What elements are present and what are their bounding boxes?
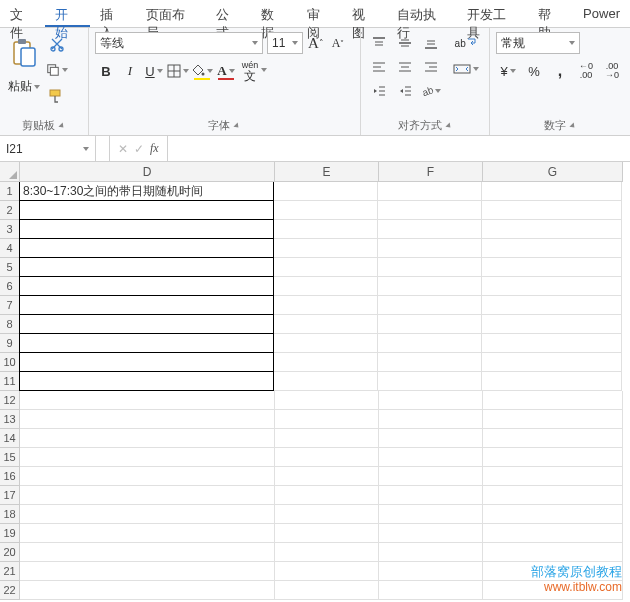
cell-F5[interactable]: [378, 258, 482, 277]
percent-button[interactable]: %: [522, 60, 546, 82]
decrease-font-button[interactable]: A˅: [329, 32, 347, 54]
cell-D22[interactable]: [20, 581, 275, 600]
cell-E13[interactable]: [275, 410, 379, 429]
cell-E8[interactable]: [274, 315, 378, 334]
cell-E11[interactable]: [274, 372, 378, 391]
menu-item-10[interactable]: 帮助: [528, 0, 573, 27]
cell-E15[interactable]: [275, 448, 379, 467]
increase-font-button[interactable]: A˄: [307, 32, 325, 54]
cell-E2[interactable]: [274, 201, 378, 220]
cell-F3[interactable]: [378, 220, 482, 239]
cell-G17[interactable]: [483, 486, 623, 505]
row-header-19[interactable]: 19: [0, 524, 20, 543]
decrease-decimal-button[interactable]: .00→0: [600, 60, 624, 82]
cell-G16[interactable]: [483, 467, 623, 486]
column-header-F[interactable]: F: [379, 162, 483, 182]
paste-label[interactable]: 粘贴: [8, 78, 40, 95]
row-header-4[interactable]: 4: [0, 239, 20, 258]
cell-F9[interactable]: [378, 334, 482, 353]
row-header-22[interactable]: 22: [0, 581, 20, 600]
cell-E18[interactable]: [275, 505, 379, 524]
cell-F22[interactable]: [379, 581, 483, 600]
cell-F10[interactable]: [378, 353, 482, 372]
cell-G12[interactable]: [483, 391, 623, 410]
cell-F11[interactable]: [378, 372, 482, 391]
row-header-2[interactable]: 2: [0, 201, 20, 220]
paste-button[interactable]: [6, 32, 42, 76]
cell-G14[interactable]: [483, 429, 623, 448]
font-size-select[interactable]: 11: [267, 32, 303, 54]
phonetic-button[interactable]: wén文: [239, 60, 261, 82]
cell-D12[interactable]: [20, 391, 275, 410]
cell-E4[interactable]: [274, 239, 378, 258]
cell-G1[interactable]: [482, 182, 622, 201]
cell-G18[interactable]: [483, 505, 623, 524]
cell-D19[interactable]: [20, 524, 275, 543]
row-header-6[interactable]: 6: [0, 277, 20, 296]
menu-item-9[interactable]: 开发工具: [457, 0, 527, 27]
increase-indent-button[interactable]: [393, 80, 417, 102]
wrap-text-button[interactable]: ab: [453, 32, 479, 54]
menu-item-5[interactable]: 数据: [251, 0, 296, 27]
cell-E12[interactable]: [275, 391, 379, 410]
row-header-18[interactable]: 18: [0, 505, 20, 524]
copy-button[interactable]: [46, 60, 68, 80]
row-header-9[interactable]: 9: [0, 334, 20, 353]
cell-E22[interactable]: [275, 581, 379, 600]
enter-formula-icon[interactable]: ✓: [134, 142, 144, 156]
row-header-11[interactable]: 11: [0, 372, 20, 391]
border-button[interactable]: [167, 60, 189, 82]
cell-G11[interactable]: [482, 372, 622, 391]
cell-G15[interactable]: [483, 448, 623, 467]
cell-E19[interactable]: [275, 524, 379, 543]
decrease-indent-button[interactable]: [367, 80, 391, 102]
italic-button[interactable]: I: [119, 60, 141, 82]
cell-F13[interactable]: [379, 410, 483, 429]
underline-button[interactable]: U: [143, 60, 165, 82]
align-bottom-button[interactable]: [419, 32, 443, 54]
cell-F2[interactable]: [378, 201, 482, 220]
row-header-12[interactable]: 12: [0, 391, 20, 410]
cell-F7[interactable]: [378, 296, 482, 315]
cell-F4[interactable]: [378, 239, 482, 258]
cell-D18[interactable]: [20, 505, 275, 524]
select-all-corner[interactable]: [0, 162, 20, 182]
menu-item-6[interactable]: 审阅: [297, 0, 342, 27]
cell-E9[interactable]: [274, 334, 378, 353]
cell-D11[interactable]: [19, 371, 274, 391]
cell-D1[interactable]: 8:30~17:30之间的带日期随机时间: [19, 182, 274, 201]
cell-F18[interactable]: [379, 505, 483, 524]
cell-D3[interactable]: [19, 219, 274, 239]
menu-item-2[interactable]: 插入: [90, 0, 135, 27]
row-header-13[interactable]: 13: [0, 410, 20, 429]
row-header-5[interactable]: 5: [0, 258, 20, 277]
cell-D7[interactable]: [19, 295, 274, 315]
bold-button[interactable]: B: [95, 60, 117, 82]
cell-F17[interactable]: [379, 486, 483, 505]
cell-D13[interactable]: [20, 410, 275, 429]
cell-F8[interactable]: [378, 315, 482, 334]
row-header-10[interactable]: 10: [0, 353, 20, 372]
cell-G3[interactable]: [482, 220, 622, 239]
cell-F1[interactable]: [378, 182, 482, 201]
cell-E6[interactable]: [274, 277, 378, 296]
cell-F16[interactable]: [379, 467, 483, 486]
cell-G2[interactable]: [482, 201, 622, 220]
cell-E1[interactable]: [274, 182, 378, 201]
merge-center-button[interactable]: [453, 58, 479, 80]
cell-F6[interactable]: [378, 277, 482, 296]
name-box[interactable]: I21: [0, 136, 96, 161]
row-header-17[interactable]: 17: [0, 486, 20, 505]
row-header-20[interactable]: 20: [0, 543, 20, 562]
cell-D8[interactable]: [19, 314, 274, 334]
align-top-button[interactable]: [367, 32, 391, 54]
cell-E7[interactable]: [274, 296, 378, 315]
cell-E16[interactable]: [275, 467, 379, 486]
cell-D4[interactable]: [19, 238, 274, 258]
menu-item-0[interactable]: 文件: [0, 0, 45, 27]
row-header-7[interactable]: 7: [0, 296, 20, 315]
cell-G5[interactable]: [482, 258, 622, 277]
row-header-8[interactable]: 8: [0, 315, 20, 334]
currency-button[interactable]: ¥: [496, 60, 520, 82]
cell-D20[interactable]: [20, 543, 275, 562]
